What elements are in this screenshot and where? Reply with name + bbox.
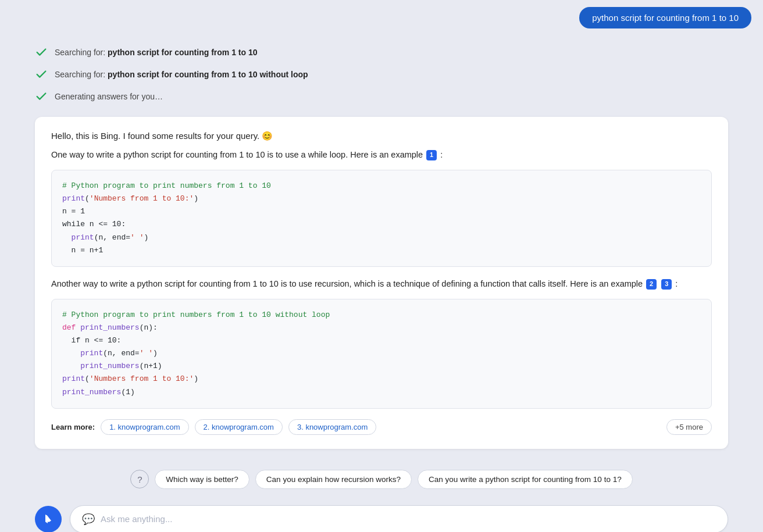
response-paragraph-2: Another way to write a python script for… (51, 277, 712, 291)
learn-more-row: Learn more: 1. knowprogram.com 2. knowpr… (51, 419, 712, 435)
learn-more-link-2[interactable]: 2. knowprogram.com (195, 419, 283, 435)
learn-more-label: Learn more: (51, 423, 95, 431)
search-status-1: Searching for: python script for countin… (35, 41, 728, 63)
code-block-1: # Python program to print numbers from 1… (51, 170, 712, 267)
status-bold-1: python script for counting from 1 to 10 (108, 48, 257, 57)
bing-logo-circle (35, 506, 62, 532)
para1-text: One way to write a python script for cou… (51, 150, 423, 159)
response-intro: Hello, this is Bing. I found some result… (51, 131, 712, 141)
code-line: n = n+1 (62, 244, 701, 257)
check-icon-2 (35, 68, 48, 81)
para2-after: : (675, 279, 678, 288)
code-line: print('Numbers from 1 to 10:') (62, 373, 701, 385)
code-line: n = 1 (62, 205, 701, 218)
bing-icon (41, 512, 55, 526)
para2-text: Another way to write a python script for… (51, 279, 643, 288)
code-line: print_numbers(n+1) (62, 360, 701, 373)
input-bar: 💬 (70, 505, 728, 532)
status-bold-2: python script for counting from 1 to 10 … (108, 70, 308, 79)
search-status-3: Generating answers for you… (35, 85, 728, 108)
citation-2: 2 (646, 279, 657, 290)
code-line: # Python program to print numbers from 1… (62, 309, 701, 322)
response-paragraph-1: One way to write a python script for cou… (51, 148, 712, 162)
para1-after: : (440, 150, 443, 159)
more-badge[interactable]: +5 more (666, 419, 712, 435)
suggestions-row: ? Which way is better? Can you explain h… (0, 460, 763, 498)
search-status-2: Searching for: python script for countin… (35, 63, 728, 85)
suggestion-chip-1[interactable]: Which way is better? (155, 470, 249, 489)
check-icon-3 (35, 90, 48, 103)
suggestion-chip-3[interactable]: Can you write a python script for counti… (418, 470, 633, 489)
question-icon: ? (130, 470, 149, 488)
chat-bubble-icon: 💬 (82, 513, 95, 526)
status-label-1: Searching for: python script for countin… (55, 48, 258, 57)
citation-3: 3 (661, 279, 672, 290)
user-query-bubble: python script for counting from 1 to 10 (579, 7, 751, 28)
code-line: while n <= 10: (62, 218, 701, 231)
code-line: print(n, end=' ') (62, 231, 701, 244)
code-block-2: # Python program to print numbers from 1… (51, 299, 712, 409)
code-line: print(n, end=' ') (62, 347, 701, 360)
status-label-3: Generating answers for you… (55, 92, 163, 101)
code-line: print_numbers(1) (62, 386, 701, 399)
status-label-2: Searching for: python script for countin… (55, 70, 308, 79)
code-line: if n <= 10: (62, 334, 701, 347)
code-line: # Python program to print numbers from 1… (62, 180, 701, 192)
ask-input[interactable] (101, 514, 716, 524)
learn-more-link-1[interactable]: 1. knowprogram.com (101, 419, 188, 435)
citation-1: 1 (426, 150, 437, 160)
check-icon-1 (35, 46, 48, 59)
response-card: Hello, this is Bing. I found some result… (35, 117, 728, 449)
main-content: Searching for: python script for countin… (0, 35, 763, 460)
top-bar: python script for counting from 1 to 10 (0, 0, 763, 35)
code-line: def print_numbers(n): (62, 322, 701, 334)
suggestion-chip-2[interactable]: Can you explain how recursion works? (255, 470, 412, 489)
code-line: print('Numbers from 1 to 10:') (62, 192, 701, 205)
learn-more-link-3[interactable]: 3. knowprogram.com (288, 419, 376, 435)
bottom-bar: 💬 (0, 498, 763, 532)
